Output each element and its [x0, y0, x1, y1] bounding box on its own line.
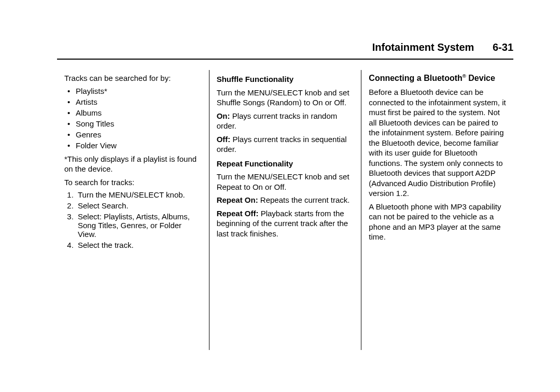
bluetooth-p2: A Bluetooth phone with MP3 capability ca… [369, 202, 506, 242]
step-item: Turn the MENU/SELECT knob. [76, 190, 202, 199]
column-3: Connecting a Bluetooth® Device Before a … [361, 70, 513, 350]
header-page-number: 6-31 [493, 41, 513, 53]
header-title: Infotainment System [372, 41, 474, 53]
bt-head-post: Device [466, 74, 495, 82]
list-item: Artists [64, 97, 202, 106]
shuffle-on: On: Plays current tracks in random order… [217, 111, 354, 131]
on-label: On: [217, 111, 230, 120]
registered-icon: ® [463, 73, 466, 79]
on-text: Plays current tracks in random order. [217, 111, 338, 131]
off-text: Plays current tracks in sequential order… [217, 135, 347, 154]
list-item: Song Titles [64, 119, 202, 128]
list-item: Albums [64, 108, 202, 117]
search-intro: To search for tracks: [64, 177, 202, 188]
column-2: Shuffle Functionality Turn the MENU/SELE… [209, 70, 361, 350]
bt-head-pre: Connecting a Bluetooth [369, 74, 462, 82]
column-1: Tracks can be searched for by: Playlists… [57, 70, 209, 350]
repeat-off: Repeat Off: Playback starts from the beg… [217, 208, 354, 239]
manual-page: Infotainment System 6-31 Tracks can be s… [0, 0, 560, 392]
repeat-on-text: Repeats the current track. [258, 195, 350, 204]
repeat-description: Turn the MENU/SELECT knob and set Repeat… [217, 172, 354, 192]
repeat-on: Repeat On: Repeats the current track. [217, 195, 354, 205]
search-categories-list: Playlists* Artists Albums Song Titles Ge… [64, 87, 202, 150]
shuffle-heading: Shuffle Functionality [217, 74, 354, 85]
shuffle-description: Turn the MENU/SELECT knob and set Shuffl… [217, 88, 354, 108]
tracks-intro: Tracks can be searched for by: [64, 73, 202, 83]
step-item: Select Search. [76, 201, 202, 210]
shuffle-off: Off: Plays current tracks in sequential … [217, 134, 354, 155]
repeat-heading: Repeat Functionality [217, 159, 354, 169]
repeat-on-label: Repeat On: [217, 195, 258, 204]
repeat-off-label: Repeat Off: [217, 209, 259, 218]
search-steps: Turn the MENU/SELECT knob. Select Search… [64, 190, 202, 249]
list-item: Folder View [64, 141, 202, 150]
step-item: Select: Playlists, Artists, Albums, Song… [76, 212, 202, 239]
page-header: Infotainment System 6-31 [57, 41, 513, 60]
step-item: Select the track. [76, 241, 202, 249]
bluetooth-p1: Before a Bluetooth device can be connect… [369, 87, 506, 199]
playlist-note: *This only displays if a playlist is fou… [64, 154, 202, 174]
list-item: Genres [64, 130, 202, 139]
list-item: Playlists* [64, 87, 202, 95]
content-columns: Tracks can be searched for by: Playlists… [57, 70, 513, 350]
bluetooth-heading: Connecting a Bluetooth® Device [369, 73, 506, 84]
off-label: Off: [217, 135, 231, 144]
